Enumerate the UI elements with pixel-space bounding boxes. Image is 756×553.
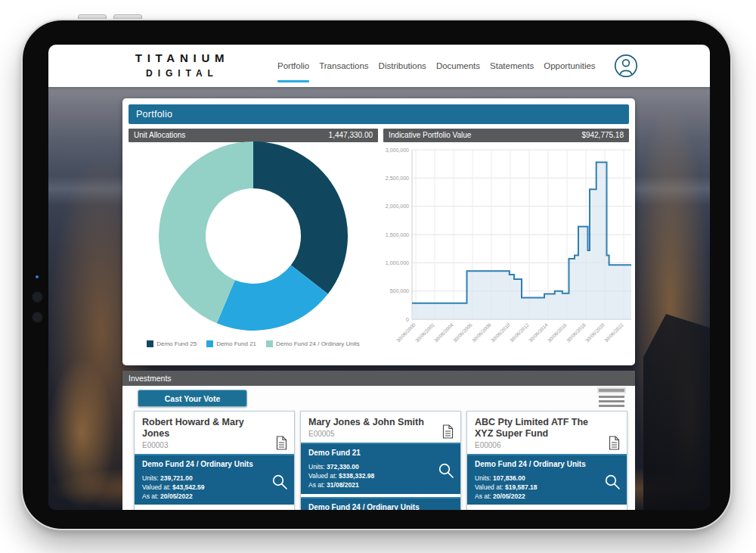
legend-item: Demo Fund 21 xyxy=(206,340,256,347)
svg-text:0: 0 xyxy=(406,317,409,322)
view-account-details-link[interactable]: VIEW ACCOUNT DETAILS xyxy=(467,505,627,510)
legend-swatch xyxy=(266,340,273,347)
as-at-line: As at: 20/05/2022 xyxy=(142,492,265,501)
camera-lens xyxy=(32,291,43,303)
portfolio-value-chart: 0500,0001,000,0001,500,0002,000,0002,500… xyxy=(382,142,631,363)
document-icon[interactable] xyxy=(609,436,620,450)
svg-text:30/06/2018: 30/06/2018 xyxy=(565,322,587,343)
svg-text:2,500,000: 2,500,000 xyxy=(386,176,409,181)
units-line: Units: 107,836.00 xyxy=(475,474,598,483)
investments-section-title: Investments xyxy=(122,371,635,386)
investment-cards: Robert Howard & Mary Jones E00003 Demo F… xyxy=(134,411,627,510)
account-name: Robert Howard & Mary Jones xyxy=(142,417,268,440)
nav-tab-distributions[interactable]: Distributions xyxy=(379,61,426,70)
holding-block: Demo Fund 24 / Ordinary Units xyxy=(301,497,460,510)
brand-logo-line1: TITANIUM xyxy=(122,51,242,64)
donut-legend: Demo Fund 25Demo Fund 21Demo Fund 24 / O… xyxy=(129,340,378,347)
svg-text:30/06/2000: 30/06/2000 xyxy=(395,322,417,343)
investments-panel: Cast Your Vote Robert Howard & Mary Jone… xyxy=(122,386,635,510)
camera-indicator-dot xyxy=(36,275,39,278)
account-code: E00006 xyxy=(475,441,601,449)
portfolio-panel: Portfolio Unit Allocations 1,447,330.00 … xyxy=(122,98,635,365)
account-code: E00005 xyxy=(308,430,435,438)
portfolio-section-title: Portfolio xyxy=(129,104,629,124)
holding-block: Demo Fund 24 / Ordinary UnitsUnits: 107,… xyxy=(467,454,627,505)
document-icon[interactable] xyxy=(276,436,287,450)
nav-tab-documents[interactable]: Documents xyxy=(436,61,480,70)
investment-card: ABC Pty Limited ATF The XYZ Super Fund E… xyxy=(466,411,627,510)
svg-text:30/06/2016: 30/06/2016 xyxy=(547,322,568,343)
legend-item: Demo Fund 24 / Ordinary Units xyxy=(266,340,360,347)
svg-text:1,000,000: 1,000,000 xyxy=(386,260,409,266)
user-account-button[interactable] xyxy=(614,54,638,78)
document-icon[interactable] xyxy=(442,424,454,439)
unit-allocations-header: Unit Allocations 1,447,330.00 xyxy=(129,129,378,142)
units-line: Units: 372,330.00 xyxy=(308,462,432,471)
cast-your-vote-button[interactable]: Cast Your Vote xyxy=(138,390,247,407)
tablet-device: TITANIUM DIGITAL PortfolioTransactionsDi… xyxy=(21,19,732,530)
menu-icon-bar xyxy=(599,400,624,402)
fund-name: Demo Fund 24 / Ordinary Units xyxy=(308,503,432,510)
fund-name: Demo Fund 24 / Ordinary Units xyxy=(142,460,265,468)
valued-at-line: Valued at: $19,587.18 xyxy=(475,483,598,492)
card-header: Mary Jones & John Smith E00005 xyxy=(301,412,460,443)
svg-text:500,000: 500,000 xyxy=(390,288,409,294)
brand-logo-line2: DIGITAL xyxy=(122,68,242,79)
svg-text:30/06/2010: 30/06/2010 xyxy=(490,322,511,343)
search-icon[interactable] xyxy=(271,474,288,490)
valued-at-line: Valued at: $43,542.59 xyxy=(142,483,265,492)
account-code: E00003 xyxy=(142,441,268,449)
user-icon xyxy=(614,54,638,78)
nav-tab-transactions[interactable]: Transactions xyxy=(319,61,368,70)
brand-logo: TITANIUM DIGITAL xyxy=(122,51,242,79)
nav-tab-statements[interactable]: Statements xyxy=(490,61,534,70)
svg-text:30/06/2002: 30/06/2002 xyxy=(414,322,435,343)
svg-text:1,500,000: 1,500,000 xyxy=(386,232,409,238)
legend-swatch xyxy=(206,340,213,347)
fund-name: Demo Fund 24 / Ordinary Units xyxy=(475,460,598,468)
menu-icon-bar xyxy=(599,405,624,407)
nav-tab-opportunities[interactable]: Opportunities xyxy=(544,61,595,70)
unit-allocations-value: 1,447,330.00 xyxy=(329,129,373,142)
unit-allocations-donut-chart xyxy=(159,141,348,331)
svg-text:30/06/2012: 30/06/2012 xyxy=(509,322,530,343)
building-silhouette xyxy=(643,314,710,510)
card-header: ABC Pty Limited ATF The XYZ Super Fund E… xyxy=(467,412,627,454)
menu-icon-bar xyxy=(599,389,624,392)
svg-text:30/06/2004: 30/06/2004 xyxy=(433,322,454,343)
as-at-line: As at: 20/05/2022 xyxy=(475,492,598,501)
legend-item: Demo Fund 25 xyxy=(147,340,197,347)
search-icon[interactable] xyxy=(604,474,621,490)
account-name: ABC Pty Limited ATF The XYZ Super Fund xyxy=(475,417,601,440)
nav-tab-portfolio[interactable]: Portfolio xyxy=(277,61,309,70)
investment-card: Mary Jones & John Smith E00005 Demo Fund… xyxy=(300,411,461,510)
screen: TITANIUM DIGITAL PortfolioTransactionsDi… xyxy=(48,45,710,510)
svg-text:30/06/2008: 30/06/2008 xyxy=(471,322,492,343)
svg-text:30/06/2006: 30/06/2006 xyxy=(452,322,473,343)
holding-block: Demo Fund 21Units: 372,330.00 Valued at:… xyxy=(301,443,460,494)
camera-lens xyxy=(32,312,43,323)
page: TITANIUM DIGITAL PortfolioTransactionsDi… xyxy=(0,0,756,553)
main-nav: PortfolioTransactionsDistributionsDocume… xyxy=(277,45,596,87)
investment-card: Robert Howard & Mary Jones E00003 Demo F… xyxy=(134,411,295,510)
svg-text:30/06/2014: 30/06/2014 xyxy=(528,322,549,343)
menu-icon-bar xyxy=(599,396,624,398)
svg-text:2,000,000: 2,000,000 xyxy=(386,203,409,209)
indicative-value-title: Indicative Portfolio Value xyxy=(389,129,471,142)
svg-text:30/06/2022: 30/06/2022 xyxy=(603,322,624,343)
valued-at-line: Valued at: $338,332.98 xyxy=(308,471,432,480)
card-header: Robert Howard & Mary Jones E00003 xyxy=(135,412,294,454)
account-name: Mary Jones & John Smith xyxy=(308,417,435,428)
legend-swatch xyxy=(147,340,153,347)
indicative-value-header: Indicative Portfolio Value $942,775.18 xyxy=(383,129,629,142)
svg-text:3,000,000: 3,000,000 xyxy=(386,148,409,153)
indicative-value-amount: $942,775.18 xyxy=(581,129,624,142)
app-header: TITANIUM DIGITAL PortfolioTransactionsDi… xyxy=(48,45,710,87)
view-account-details-link[interactable]: VIEW ACCOUNT DETAILS xyxy=(135,505,294,510)
as-at-line: As at: 31/08/2021 xyxy=(308,480,432,489)
search-icon[interactable] xyxy=(438,462,454,479)
donut-slice xyxy=(253,141,348,294)
svg-text:30/06/2020: 30/06/2020 xyxy=(584,322,606,343)
menu-icon[interactable] xyxy=(599,389,624,409)
fund-name: Demo Fund 21 xyxy=(308,449,432,457)
